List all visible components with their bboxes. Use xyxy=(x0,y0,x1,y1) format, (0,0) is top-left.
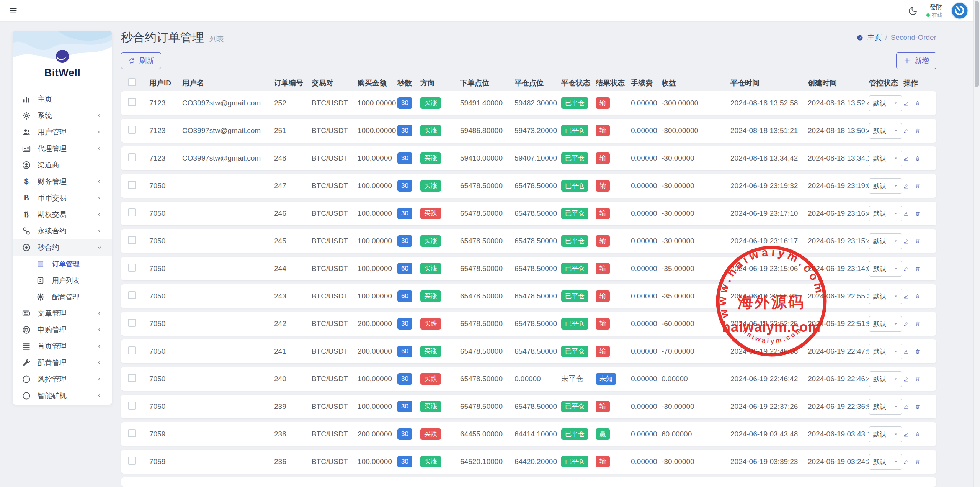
row-checkbox[interactable] xyxy=(128,208,136,216)
control-status-select[interactable]: 默认 xyxy=(869,399,902,415)
scrollbar-thumb[interactable] xyxy=(975,1,979,87)
control-status-select[interactable]: 默认 xyxy=(869,289,902,304)
sidebar-item-智能矿机[interactable]: 智能矿机 xyxy=(13,387,112,404)
delete-button[interactable] xyxy=(915,402,920,411)
control-status-select[interactable]: 默认 xyxy=(869,151,902,166)
sidebar-item-首页管理[interactable]: 首页管理 xyxy=(13,338,112,354)
sidebar-item-配置管理[interactable]: 配置管理 xyxy=(13,354,112,371)
control-status-select[interactable]: 默认 xyxy=(869,95,902,111)
control-status-value: 默认 xyxy=(873,347,886,356)
sidebar-item-订单管理[interactable]: 订单管理 xyxy=(13,256,112,272)
control-status-select[interactable]: 默认 xyxy=(869,316,902,332)
delete-button[interactable] xyxy=(915,264,920,273)
edit-button[interactable] xyxy=(903,320,909,328)
sidebar-item-系统[interactable]: 系统 xyxy=(13,107,112,124)
row-checkbox[interactable] xyxy=(128,181,136,189)
sidebar-item-币币交易[interactable]: B 币币交易 xyxy=(13,190,112,206)
sidebar-item-文章管理[interactable]: 文章管理 xyxy=(13,305,112,321)
cell-open-price: 64520.10000 xyxy=(460,457,514,466)
add-button[interactable]: 新增 xyxy=(896,52,936,69)
dark-mode-toggle[interactable] xyxy=(908,6,918,16)
refresh-button[interactable]: 刷新 xyxy=(121,52,161,69)
edit-button[interactable] xyxy=(903,375,909,384)
control-status-select[interactable]: 默认 xyxy=(869,344,902,359)
row-checkbox[interactable] xyxy=(128,291,136,299)
sidebar-item-配置管理[interactable]: 配置管理 xyxy=(13,289,112,305)
row-checkbox[interactable] xyxy=(128,153,136,161)
edit-button[interactable] xyxy=(903,154,909,163)
sidebar-item-申购管理[interactable]: 申购管理 xyxy=(13,321,112,338)
sidebar-item-代理管理[interactable]: 代理管理 xyxy=(13,140,112,157)
row-checkbox[interactable] xyxy=(128,457,136,465)
edit-button[interactable] xyxy=(903,430,909,439)
breadcrumb-home-link[interactable]: 主页 xyxy=(867,33,882,43)
delete-button[interactable] xyxy=(915,375,920,384)
cell-result-status: 输 xyxy=(596,97,631,109)
cell-close-status: 已平仓 xyxy=(561,152,596,164)
row-checkbox[interactable] xyxy=(128,374,136,382)
table-row: 7059 238 BTC/USDT 200.00000 30 买跌 64455.… xyxy=(121,422,936,446)
edit-button[interactable] xyxy=(903,292,909,301)
sidebar-item-风控管理[interactable]: 风控管理 xyxy=(13,371,112,387)
hamburger-menu-icon[interactable] xyxy=(8,7,18,15)
control-status-select[interactable]: 默认 xyxy=(869,206,902,221)
row-checkbox[interactable] xyxy=(128,126,136,134)
sidebar-item-期权交易[interactable]: B 期权交易 xyxy=(13,206,112,223)
cell-result-status: 输 xyxy=(596,180,631,192)
sidebar-item-财务管理[interactable]: $ 财务管理 xyxy=(13,173,112,190)
delete-button[interactable] xyxy=(915,99,920,108)
edit-button[interactable] xyxy=(903,402,909,411)
select-all-checkbox[interactable] xyxy=(128,78,136,86)
cell-seconds: 30 xyxy=(397,401,420,412)
control-status-select[interactable]: 默认 xyxy=(869,123,902,139)
control-status-select[interactable]: 默认 xyxy=(869,233,902,249)
result-badge: 输 xyxy=(596,318,610,330)
control-status-select[interactable]: 默认 xyxy=(869,454,902,470)
delete-button[interactable] xyxy=(915,430,920,439)
delete-button[interactable] xyxy=(915,126,920,135)
delete-button[interactable] xyxy=(915,292,920,301)
delete-button[interactable] xyxy=(915,209,920,218)
edit-button[interactable] xyxy=(903,126,909,135)
delete-button[interactable] xyxy=(915,182,920,190)
row-checkbox[interactable] xyxy=(128,98,136,106)
control-status-select[interactable]: 默认 xyxy=(869,178,902,194)
cell-pair: BTC/USDT xyxy=(312,402,358,411)
sidebar-item-用户管理[interactable]: 用户管理 xyxy=(13,124,112,140)
edit-button[interactable] xyxy=(903,99,909,108)
row-checkbox[interactable] xyxy=(128,429,136,437)
scrollbar-track[interactable] xyxy=(973,0,980,487)
delete-button[interactable] xyxy=(915,154,920,163)
sidebar-item-用户列表[interactable]: 用户列表 xyxy=(13,272,112,289)
cell-pair: BTC/USDT xyxy=(312,292,358,300)
edit-button[interactable] xyxy=(903,237,909,246)
online-dot-icon xyxy=(926,13,930,17)
row-checkbox[interactable] xyxy=(128,402,136,410)
row-checkbox[interactable] xyxy=(128,236,136,244)
avatar[interactable] xyxy=(951,2,969,20)
row-checkbox[interactable] xyxy=(128,319,136,327)
edit-button[interactable] xyxy=(903,264,909,273)
sidebar-item-渠道商[interactable]: 渠道商 xyxy=(13,157,112,173)
sidebar-item-秒合约[interactable]: 秒合约 xyxy=(13,239,112,256)
row-checkbox[interactable] xyxy=(128,346,136,354)
sidebar-item-永续合约[interactable]: 永续合约 xyxy=(13,223,112,239)
control-status-select[interactable]: 默认 xyxy=(869,371,902,387)
cell-fee: 0.00000 xyxy=(631,154,662,162)
row-checkbox[interactable] xyxy=(128,264,136,272)
edit-button[interactable] xyxy=(903,347,909,356)
delete-button[interactable] xyxy=(915,237,920,246)
edit-button[interactable] xyxy=(903,182,909,190)
cell-result-status: 赢 xyxy=(596,428,631,440)
edit-button[interactable] xyxy=(903,209,909,218)
sidebar-item-主页[interactable]: 主页 xyxy=(13,91,112,107)
control-status-select[interactable]: 默认 xyxy=(869,426,902,442)
result-badge: 输 xyxy=(596,235,610,247)
delete-button[interactable] xyxy=(915,457,920,466)
cell-seconds: 30 xyxy=(397,152,420,164)
cell-user-name: CO3997stw@gmail.com xyxy=(182,154,274,162)
delete-button[interactable] xyxy=(915,320,920,328)
control-status-select[interactable]: 默认 xyxy=(869,261,902,277)
edit-button[interactable] xyxy=(903,457,909,466)
delete-button[interactable] xyxy=(915,347,920,356)
